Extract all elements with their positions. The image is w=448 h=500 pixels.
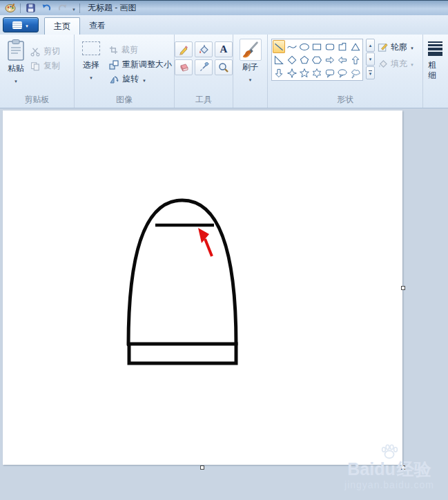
group-tools: A: [175, 35, 233, 108]
crop-label: 裁剪: [121, 44, 138, 56]
brush-icon: [240, 39, 262, 61]
magnifier-tool[interactable]: [215, 59, 233, 75]
select-rectangle-icon: [82, 41, 100, 55]
file-menu-icon: [12, 21, 22, 29]
fill-dropdown-icon: [410, 59, 414, 68]
shapes-scroll-down-button[interactable]: ▼: [366, 52, 375, 66]
fill-icon: [378, 59, 388, 69]
watermark: Baidu 经验 jingyan.baidu.com: [332, 443, 447, 490]
eyedropper-icon: [198, 62, 209, 73]
brushes-label: 刷子: [242, 61, 259, 73]
pencil-tool[interactable]: [175, 41, 193, 57]
ribbon-tab-row: 主页 查看: [0, 15, 448, 35]
window-title: 无标题 - 画图: [88, 2, 137, 14]
image-group-label: 图像: [75, 94, 174, 106]
rotate-dropdown-icon: [142, 75, 146, 84]
outline-dropdown-icon: [410, 42, 414, 52]
work-area: Baidu 经验 jingyan.baidu.com: [0, 108, 448, 500]
paint-app-icon[interactable]: [4, 2, 17, 15]
shapes-scroll-up-button[interactable]: ▲: [366, 39, 375, 52]
fill-button[interactable]: 填充: [378, 57, 414, 70]
group-image: 选择 裁剪 重新调整大小: [75, 35, 175, 108]
bell-drawing: [3, 110, 402, 465]
save-button[interactable]: [24, 2, 37, 15]
copy-button[interactable]: 复制: [30, 59, 60, 73]
shape-ellipse[interactable]: [298, 40, 311, 53]
paste-dropdown-icon: [14, 75, 18, 85]
shape-rounded-rectangle[interactable]: [324, 40, 336, 53]
file-menu-dropdown-icon: [25, 20, 29, 30]
tab-view[interactable]: 查看: [80, 17, 115, 35]
crop-button[interactable]: 裁剪: [109, 43, 172, 57]
pencil-icon: [178, 44, 189, 55]
tab-home[interactable]: 主页: [44, 17, 80, 35]
shape-pentagon[interactable]: [298, 53, 311, 66]
shape-triangle[interactable]: [349, 40, 362, 53]
group-brushes: 刷子: [233, 35, 268, 108]
magnifier-icon: [218, 62, 229, 73]
paint-canvas[interactable]: [3, 110, 402, 465]
shape-hexagon[interactable]: [311, 53, 323, 66]
file-menu-button[interactable]: [3, 17, 39, 32]
watermark-url: jingyan.baidu.com: [332, 479, 447, 490]
group-clipboard: 粘贴 剪切 复制 剪贴板: [0, 35, 75, 108]
fill-bucket-icon: [198, 44, 209, 55]
group-shapes: ▲ ▼ ▼ 轮廓 填充 形状: [268, 35, 423, 108]
shapes-gallery-more-button[interactable]: ▼: [366, 66, 375, 79]
paw-icon: [379, 443, 400, 460]
clipboard-icon: [6, 39, 26, 62]
text-tool[interactable]: A: [215, 41, 233, 57]
titlebar-separator: [20, 3, 21, 13]
save-icon: [26, 3, 36, 13]
shapes-gallery: [271, 39, 363, 81]
outline-icon: [378, 42, 388, 52]
quick-access-dropdown-icon[interactable]: [72, 3, 76, 13]
resize-icon: [109, 60, 119, 70]
shape-up-arrow[interactable]: [349, 53, 362, 66]
shape-five-point-star[interactable]: [298, 66, 311, 79]
cut-button[interactable]: 剪切: [30, 44, 60, 59]
brushes-button[interactable]: 刷子: [240, 39, 262, 108]
shapes-group-label: 形状: [268, 94, 422, 106]
shape-rectangle[interactable]: [311, 40, 323, 53]
group-size[interactable]: 粗细: [423, 35, 448, 108]
cut-label: 剪切: [43, 46, 60, 57]
shape-four-point-star[interactable]: [285, 66, 298, 79]
canvas-resize-handle-bottom[interactable]: [200, 465, 204, 470]
ribbon: 粘贴 剪切 复制 剪贴板: [0, 35, 448, 108]
shape-polygon[interactable]: [336, 40, 349, 53]
rotate-label: 旋转: [122, 73, 139, 85]
shape-curve[interactable]: [285, 40, 298, 53]
color-picker-tool[interactable]: [195, 59, 213, 75]
crop-icon: [109, 46, 118, 55]
shape-right-triangle[interactable]: [273, 53, 285, 66]
shape-oval-callout[interactable]: [336, 66, 349, 79]
undo-icon: [41, 3, 52, 13]
fill-label: 填充: [391, 58, 407, 70]
tools-group-label: 工具: [175, 94, 233, 106]
redo-icon: [57, 3, 68, 13]
redo-button[interactable]: [56, 2, 68, 15]
select-dropdown-icon: [89, 72, 93, 81]
brushes-dropdown-icon: [249, 74, 253, 84]
title-bar: 无标题 - 画图: [0, 0, 448, 15]
size-label: 粗细: [428, 60, 438, 81]
fill-tool[interactable]: [195, 41, 213, 57]
rotate-button[interactable]: 旋转: [109, 72, 172, 86]
resize-button[interactable]: 重新调整大小: [109, 57, 172, 72]
shape-diamond[interactable]: [285, 53, 298, 66]
eraser-tool[interactable]: [175, 59, 193, 75]
shape-down-arrow[interactable]: [273, 66, 285, 79]
shape-line[interactable]: [273, 40, 285, 53]
shape-right-arrow[interactable]: [324, 53, 336, 66]
watermark-badge: 经验: [397, 460, 431, 478]
shape-rounded-callout[interactable]: [324, 66, 336, 79]
shape-six-point-star[interactable]: [311, 66, 323, 79]
shape-cloud-callout[interactable]: [349, 66, 362, 79]
shape-left-arrow[interactable]: [336, 53, 349, 66]
line-thickness-icon: [428, 41, 448, 56]
outline-button[interactable]: 轮廓: [378, 40, 414, 54]
undo-button[interactable]: [40, 2, 52, 15]
text-tool-icon: A: [220, 44, 228, 55]
canvas-resize-handle-right[interactable]: [401, 286, 405, 290]
